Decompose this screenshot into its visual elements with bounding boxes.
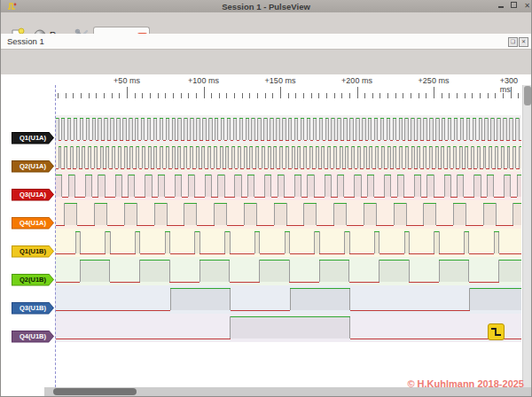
channel-label-Q1(U1A)[interactable]: Q1(U1A) — [12, 132, 54, 144]
close-button[interactable]: ✕ — [522, 2, 532, 11]
channel-label-text: Q1(U1A) — [12, 133, 53, 144]
trigger-falling-edge-badge[interactable] — [488, 323, 505, 340]
channel-label-Q2(U1A)[interactable]: Q2(U1A) — [12, 160, 54, 173]
channel-label-text: Q1(U1B) — [12, 246, 53, 257]
session-name: Session 1 — [7, 36, 44, 46]
pulseview-window: Session 1 - PulseView ✕ Run — [0, 0, 532, 397]
channel-label-Q4(U1A)[interactable]: Q4(U1A) — [12, 217, 54, 230]
channel-label-text: Q4(U1A) — [12, 218, 53, 229]
window-title: Session 1 - PulseView — [1, 2, 531, 12]
channel-label-Q4(U1B)[interactable]: Q4(U1B) — [12, 331, 54, 343]
falling-edge-icon — [489, 325, 503, 339]
channel-label-text: Q2(U1A) — [12, 161, 53, 172]
titlebar[interactable]: Session 1 - PulseView ✕ — [1, 0, 531, 12]
capture-start-marker — [55, 85, 56, 387]
horizontal-scrollbar-thumb[interactable] — [53, 388, 137, 395]
main-toolbar: Run Session 1 ✕ — [1, 12, 531, 35]
minimize-button[interactable] — [496, 2, 505, 11]
copyright-text: © H.Kuhlmann 2018-2025 — [407, 378, 524, 389]
capture-toolbar: Saleae Logic 1 M samples 1 MHz — [1, 49, 531, 76]
channel-label-text: Q2(U1B) — [12, 275, 53, 285]
undock-icon[interactable]: ❏ — [508, 37, 518, 47]
channel-label-Q1(U1B)[interactable]: Q1(U1B) — [12, 245, 54, 258]
waveforms — [1, 74, 531, 396]
channel-label-Q3(U1B)[interactable]: Q3(U1B) — [12, 302, 54, 315]
vertical-scrollbar[interactable] — [522, 85, 531, 387]
vertical-scrollbar-thumb[interactable] — [524, 86, 531, 105]
channel-label-Q2(U1B)[interactable]: Q2(U1B) — [12, 274, 54, 286]
maximize-button[interactable] — [509, 2, 519, 11]
channel-label-text: Q3(U1A) — [12, 190, 53, 200]
channel-label-Q3(U1A)[interactable]: Q3(U1A) — [12, 189, 54, 201]
channel-label-text: Q4(U1B) — [12, 331, 53, 342]
dock-close-icon[interactable]: ✕ — [519, 37, 528, 47]
channel-label-text: Q3(U1B) — [12, 303, 53, 314]
trace-view[interactable]: +50 ms+100 ms+150 ms+200 ms+250 ms+300 m… — [1, 74, 531, 396]
session-header: Session 1 ❏ ✕ — [1, 34, 531, 49]
